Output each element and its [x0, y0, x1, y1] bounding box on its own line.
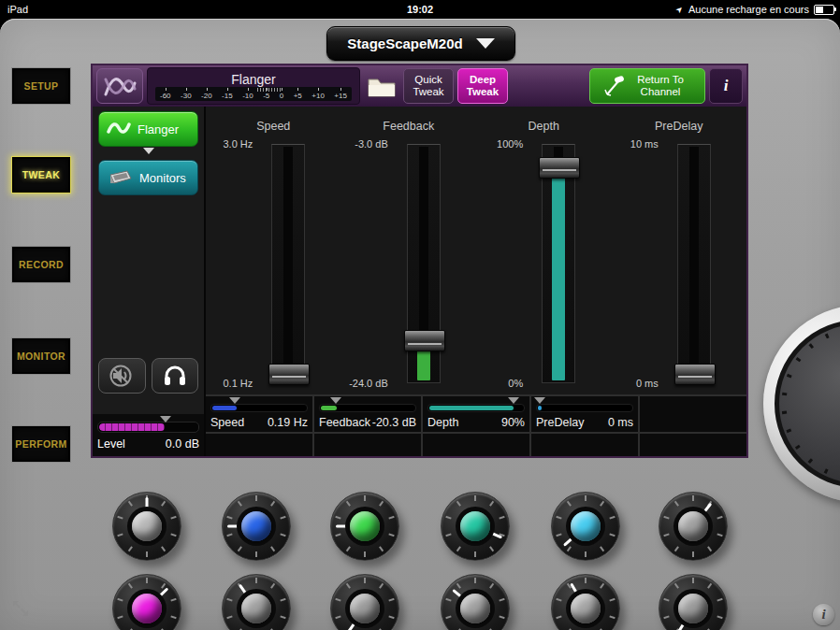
return-to-channel-label: Return To Channel — [630, 74, 690, 98]
predelay-slider-track[interactable] — [677, 144, 711, 383]
speed-slider-handle[interactable] — [268, 364, 310, 385]
readout-marker-icon — [229, 397, 240, 404]
readout-empty — [314, 434, 421, 456]
knob-cap — [350, 511, 380, 541]
knob-tick — [445, 598, 451, 602]
level-marker-icon[interactable] — [160, 416, 171, 422]
knob-cap — [460, 511, 490, 541]
knob-tick — [609, 533, 615, 537]
knob-row2-1[interactable] — [112, 574, 181, 630]
feedback-slider-track[interactable] — [407, 144, 441, 383]
knob-tick — [692, 495, 694, 501]
readout-meter-fill — [538, 406, 542, 410]
speaker-mute-button[interactable] — [98, 358, 146, 394]
screen: iPad 19:02 ➤ Aucune recharge en cours St… — [0, 0, 840, 630]
knob-tick — [170, 615, 176, 619]
selected-indicator — [93, 147, 204, 155]
readout-empty — [531, 434, 638, 456]
knob-tick — [692, 551, 694, 557]
readout-marker-icon — [508, 397, 519, 404]
knob-row2-3[interactable] — [330, 574, 399, 630]
knob-cap — [571, 594, 601, 623]
level-meter[interactable] — [97, 422, 199, 433]
status-bar: iPad 19:02 ➤ Aucune recharge en cours — [0, 0, 840, 19]
readout-meter[interactable] — [210, 404, 308, 412]
slider-min-label: 0% — [508, 378, 523, 389]
knob-body — [441, 574, 510, 630]
deep-tweak-button[interactable]: Deep Tweak — [457, 68, 508, 104]
knob-row1-2[interactable] — [222, 492, 291, 561]
knob-row1-5[interactable] — [551, 492, 620, 561]
slider-label: Feedback — [341, 107, 477, 133]
status-text: Aucune recharge en cours — [688, 4, 809, 15]
sidebar-item-label: TWEAK — [22, 169, 61, 180]
knob-row1-3[interactable] — [330, 492, 399, 561]
knob-tick — [280, 516, 285, 520]
readout-value: 90% — [501, 416, 525, 429]
readout-feedback[interactable]: Feedback-20.3 dB — [314, 396, 421, 432]
readout-meter[interactable] — [427, 404, 525, 412]
predelay-slider-handle[interactable] — [674, 364, 716, 385]
knob-tick — [489, 546, 494, 551]
knob-tick — [117, 516, 123, 520]
knob-row2-6[interactable] — [659, 574, 728, 630]
readout-speed[interactable]: Speed0.19 Hz — [206, 396, 312, 432]
sidebar-item-setup[interactable]: SETUP — [11, 67, 71, 105]
fullscreen-toggle-button[interactable] — [11, 599, 30, 622]
slider-fill — [417, 347, 430, 380]
sidebar-item-perform[interactable]: PERFORM — [11, 425, 71, 463]
panel-body: FlangerMonitors — [93, 107, 746, 456]
slider-wrap: -3.0 dB-24.0 dB — [341, 138, 477, 389]
knob-row1-4[interactable] — [441, 492, 510, 561]
knob-tick — [379, 546, 384, 551]
knob-tick — [567, 501, 572, 507]
effect-button-flanger[interactable]: Flanger — [98, 111, 198, 147]
device-menu-dropdown[interactable]: StageScapeM20d — [326, 26, 515, 61]
readout-meter-track — [536, 404, 633, 412]
sidebar-item-tweak[interactable]: TWEAK — [11, 156, 71, 193]
speed-slider-track[interactable] — [271, 144, 305, 383]
readout-grid: Speed0.19 HzFeedback-20.3 dBDepth90%PreD… — [206, 394, 746, 456]
knob-tick — [556, 533, 561, 537]
knob-tick — [674, 583, 679, 589]
knob-row2-2[interactable] — [222, 574, 291, 630]
sidebar-item-record[interactable]: RECORD — [11, 246, 71, 283]
quick-tweak-button[interactable]: Quick Tweak — [403, 68, 454, 104]
knob-tick — [379, 501, 384, 507]
slider-speed: Speed3.0 Hz0.1 Hz — [206, 107, 341, 394]
scale-tick-label: +5 — [294, 92, 302, 101]
jog-wheel[interactable] — [775, 320, 840, 488]
knob-tick — [388, 598, 394, 602]
readout-empty — [423, 434, 529, 456]
depth-slider-handle[interactable] — [539, 157, 580, 179]
return-to-channel-button[interactable]: Return To Channel — [589, 68, 705, 104]
knob-tick — [146, 551, 148, 557]
readout-meter[interactable] — [536, 404, 633, 412]
scale-tick-label: -30 — [181, 92, 192, 101]
effect-button-monitors[interactable]: Monitors — [98, 160, 198, 195]
depth-slider-track[interactable] — [542, 144, 575, 383]
knob-body — [551, 492, 620, 561]
sidebar-item-monitor[interactable]: MONITOR — [11, 337, 71, 375]
readout-predelay[interactable]: PreDelay0 ms — [531, 396, 638, 432]
knob-tick — [674, 546, 679, 551]
knob-row1-6[interactable] — [659, 492, 728, 561]
panel-info-button[interactable]: i — [709, 68, 743, 104]
knob-row2-4[interactable] — [441, 574, 510, 630]
effect-icon-button[interactable] — [96, 68, 143, 104]
feedback-slider-handle[interactable] — [404, 330, 445, 351]
effect-list: FlangerMonitors — [93, 107, 204, 195]
readout-depth[interactable]: Depth90% — [423, 396, 529, 432]
knob-tick — [499, 516, 504, 520]
knob-body — [659, 492, 728, 561]
readout-meter[interactable] — [319, 404, 416, 412]
help-info-button[interactable]: i — [813, 604, 834, 625]
knob-row1-1[interactable] — [112, 492, 181, 561]
preset-folder-button[interactable] — [364, 69, 399, 103]
sidebar-item-label: PERFORM — [15, 438, 66, 450]
knob-tick — [663, 516, 669, 520]
knob-cap — [350, 594, 380, 623]
knob-row2-5[interactable] — [551, 574, 620, 630]
knob-tick — [674, 501, 679, 507]
headphones-button[interactable] — [152, 358, 199, 394]
